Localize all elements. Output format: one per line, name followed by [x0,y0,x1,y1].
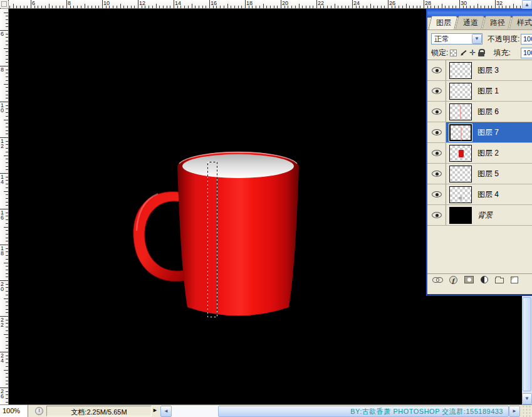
ruler-origin-corner[interactable] [0,0,9,9]
tab-channels-label: 通道 [463,18,478,28]
lock-all-icon[interactable] [478,49,484,56]
photoshop-document-window: 68101214161820222426283032 681 01 21 41 … [0,0,532,417]
eye-icon [432,129,442,135]
visibility-toggle[interactable] [427,81,446,101]
mug-interior [182,154,294,178]
visibility-toggle[interactable] [427,60,446,80]
eye-icon [432,150,442,156]
eye-icon [432,212,442,218]
eye-icon [432,88,442,94]
layer-row[interactable]: 图层 2 [427,143,532,164]
fill-label: 填充: [493,48,510,58]
status-popup-arrow-icon[interactable]: ► [152,407,160,415]
vertical-ruler: 681 01 21 41 61 82 02 22 42 6 [0,9,9,404]
resize-grip[interactable] [521,406,532,417]
lock-label: 锁定: [431,48,448,58]
layer-name: 图层 1 [477,86,499,97]
adjustment-layer-icon[interactable] [481,276,488,283]
lock-row: 锁定: ✛ 填充: 100 [427,46,532,60]
palette-empty-area [427,226,532,273]
eye-icon [432,171,442,177]
eye-icon [432,67,442,73]
clock-icon [35,407,43,415]
layer-style-icon[interactable]: f [449,276,457,284]
opacity-input[interactable]: 100 [521,34,532,45]
mug-body [177,167,299,316]
visibility-toggle[interactable] [427,102,446,122]
scroll-down-icon[interactable]: ▼ [522,393,532,404]
chevron-down-icon[interactable]: ▼ [472,34,482,44]
visibility-toggle[interactable] [427,122,446,142]
tab-paths-label: 路径 [490,18,505,28]
lock-position-icon[interactable]: ✛ [469,50,476,56]
layer-name: 图层 7 [477,127,499,138]
zoom-level-input[interactable]: 100% [0,405,28,417]
fill-input[interactable]: 100 [521,48,532,58]
layer-thumbnail[interactable] [449,186,472,203]
link-layers-icon[interactable] [432,277,442,282]
horizontal-ruler: 68101214161820222426283032 [9,0,522,9]
status-bar: 100% 文档:2.25M/5.65M ► ◄ BY:古欲香萧 PHOTOSHO… [0,404,532,417]
layer-row-selected[interactable]: 图层 7 [427,122,532,143]
new-layer-icon[interactable] [511,277,518,283]
palette-tabs: 图层 通道 路径 样式 色 [427,18,532,30]
layer-name: 图层 5 [477,169,499,179]
blend-mode-row: 正常 ▼ 不透明度: 100 [427,32,532,46]
layer-name: 图层 2 [477,148,499,159]
document-size-info[interactable]: 文档:2.25M/5.65M [46,406,152,416]
layer-name: 图层 4 [477,189,499,200]
watermark-text: BY:古欲香萧 PHOTOSHOP 交流群:155189433 [350,407,503,416]
layer-thumbnail[interactable] [449,83,472,100]
visibility-toggle[interactable] [427,205,446,225]
tab-styles-label: 样式 [517,18,532,28]
lock-transparency-icon[interactable] [450,50,457,56]
tab-channels[interactable]: 通道 [455,16,484,29]
layer-thumbnail[interactable] [449,145,472,162]
opacity-label: 不透明度: [488,34,519,45]
layer-name: 图层 3 [477,65,499,76]
layer-name: 背景 [477,210,493,221]
layer-row[interactable]: 图层 5 [427,164,532,184]
blend-mode-select[interactable]: 正常 ▼ [431,33,482,45]
tab-paths[interactable]: 路径 [482,16,511,29]
eye-icon [432,108,442,115]
eye-icon [432,191,442,198]
tab-styles[interactable]: 样式 [509,16,532,29]
layers-palette: 图层 通道 路径 样式 色 正常 ▼ 不透明度: 100 锁定: ✛ 填充: 1… [426,9,532,296]
vertical-scrollbar-thumb[interactable] [523,297,531,391]
scroll-right-icon[interactable]: ► [509,406,520,417]
layer-thumbnail[interactable] [449,207,472,224]
layer-row[interactable]: 图层 1 [427,81,532,102]
visibility-toggle[interactable] [427,164,446,184]
layer-list: 图层 3 图层 1 图层 6 图层 7 图层 2 [427,60,532,226]
layer-row[interactable]: 图层 6 [427,102,532,122]
ruler-origin-icon [1,1,7,7]
layer-mask-icon[interactable] [464,276,474,283]
horizontal-scrollbar-thumb[interactable]: BY:古欲香萧 PHOTOSHOP 交流群:155189433 [218,406,509,417]
tab-layers[interactable]: 图层 [428,16,457,29]
scroll-up-icon[interactable]: ▲ [522,0,532,9]
layer-name: 图层 6 [477,107,499,117]
layer-row-background[interactable]: 背景 [427,205,532,226]
visibility-toggle[interactable] [427,184,446,204]
palette-footer: f [427,273,532,285]
layer-thumbnail[interactable] [449,62,472,79]
scroll-left-icon[interactable]: ◄ [160,406,172,417]
visibility-toggle[interactable] [427,143,446,163]
layer-row[interactable]: 图层 3 [427,60,532,81]
layer-row[interactable]: 图层 4 [427,184,532,205]
layer-thumbnail[interactable] [449,166,472,182]
blend-mode-value: 正常 [432,34,472,45]
layer-thumbnail[interactable] [449,124,472,141]
new-group-icon[interactable] [495,278,504,283]
tab-layers-label: 图层 [436,18,451,28]
layer-thumbnail[interactable] [449,103,472,120]
lock-paint-icon[interactable] [459,49,467,56]
